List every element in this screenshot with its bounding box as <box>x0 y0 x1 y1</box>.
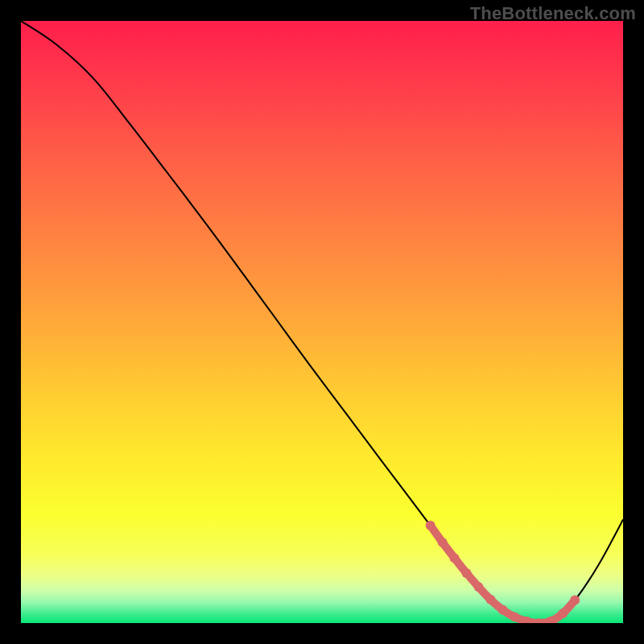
gradient-background <box>21 21 623 623</box>
highlight-dot <box>570 596 580 605</box>
stage: TheBottleneck.com <box>0 0 644 644</box>
chart-svg <box>21 21 623 623</box>
highlight-dot <box>426 521 436 530</box>
highlight-dot <box>485 595 495 605</box>
chart-plot-area <box>21 21 623 623</box>
highlight-dot <box>450 553 460 563</box>
watermark-text: TheBottleneck.com <box>470 3 636 24</box>
highlight-dot <box>497 605 507 615</box>
highlight-dot <box>462 568 472 578</box>
highlight-dot <box>510 613 519 622</box>
highlight-dot <box>558 609 568 618</box>
highlight-dot <box>473 582 483 592</box>
highlight-dot <box>438 538 448 547</box>
